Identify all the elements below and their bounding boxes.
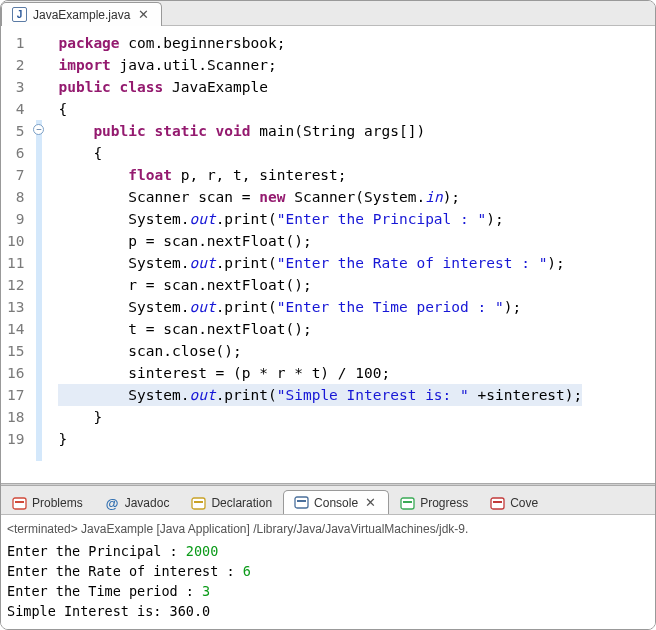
- line-number: 3: [7, 76, 24, 98]
- line-number: 5: [7, 120, 24, 142]
- svg-rect-4: [295, 497, 308, 508]
- tab-label: Progress: [420, 496, 468, 510]
- coverage-icon: [490, 496, 505, 511]
- console-user-input: 2000: [186, 543, 219, 559]
- tab-javadoc[interactable]: @Javadoc: [94, 491, 181, 515]
- code-line[interactable]: }: [58, 406, 582, 428]
- code-line[interactable]: public static void main(String args[]): [58, 120, 582, 142]
- line-number: 19: [7, 428, 24, 450]
- code-line[interactable]: }: [58, 428, 582, 450]
- tab-declaration[interactable]: Declaration: [180, 491, 283, 515]
- line-number: 6: [7, 142, 24, 164]
- java-file-icon: J: [12, 7, 27, 22]
- console-line: Enter the Principal : 2000: [7, 541, 649, 561]
- bottom-tab-bar: Problems@JavadocDeclarationConsole✕Progr…: [1, 486, 655, 515]
- editor-tab-label: JavaExample.java: [33, 8, 130, 22]
- line-number-gutter: 12345678910111213141516171819: [1, 32, 34, 483]
- tab-label: Console: [314, 496, 358, 510]
- line-number: 2: [7, 54, 24, 76]
- console-prompt: Enter the Principal :: [7, 543, 186, 559]
- line-number: 11: [7, 252, 24, 274]
- code-line[interactable]: System.out.print("Simple Interest is: " …: [58, 384, 582, 406]
- line-number: 14: [7, 318, 24, 340]
- line-number: 7: [7, 164, 24, 186]
- tab-console[interactable]: Console✕: [283, 490, 389, 515]
- console-line: Enter the Rate of interest : 6: [7, 561, 649, 581]
- tab-label: Javadoc: [125, 496, 170, 510]
- console-icon: [294, 495, 309, 510]
- line-number: 13: [7, 296, 24, 318]
- code-line[interactable]: System.out.print("Enter the Time period …: [58, 296, 582, 318]
- tab-label: Cove: [510, 496, 538, 510]
- code-line[interactable]: scan.close();: [58, 340, 582, 362]
- svg-rect-1: [15, 501, 24, 503]
- code-editor[interactable]: 12345678910111213141516171819 − package …: [1, 26, 655, 483]
- line-number: 8: [7, 186, 24, 208]
- code-area[interactable]: package com.beginnersbook;import java.ut…: [50, 32, 582, 483]
- fold-toggle-icon[interactable]: −: [33, 124, 44, 135]
- code-line[interactable]: {: [58, 142, 582, 164]
- svg-rect-7: [403, 501, 412, 503]
- code-line[interactable]: Scanner scan = new Scanner(System.in);: [58, 186, 582, 208]
- console-line: Simple Interest is: 360.0: [7, 601, 649, 621]
- code-line[interactable]: sinterest = (p * r * t) / 100;: [58, 362, 582, 384]
- code-line[interactable]: public class JavaExample: [58, 76, 582, 98]
- code-line[interactable]: {: [58, 98, 582, 120]
- console-line: Enter the Time period : 3: [7, 581, 649, 601]
- code-line[interactable]: import java.util.Scanner;: [58, 54, 582, 76]
- close-icon[interactable]: ✕: [363, 495, 378, 510]
- console-view[interactable]: <terminated> JavaExample [Java Applicati…: [1, 515, 655, 629]
- code-line[interactable]: t = scan.nextFloat();: [58, 318, 582, 340]
- line-number: 17: [7, 384, 24, 406]
- tab-coverage[interactable]: Cove: [479, 491, 549, 515]
- line-number: 15: [7, 340, 24, 362]
- svg-rect-3: [194, 501, 203, 503]
- editor-tab-javaexample[interactable]: J JavaExample.java ✕: [1, 2, 162, 26]
- console-prompt: Simple Interest is: 360.0: [7, 603, 210, 619]
- line-number: 10: [7, 230, 24, 252]
- fold-strip: −: [34, 32, 50, 483]
- progress-icon: [400, 496, 415, 511]
- svg-rect-6: [401, 498, 414, 509]
- line-number: 12: [7, 274, 24, 296]
- editor-tab-bar: J JavaExample.java ✕: [1, 1, 655, 26]
- declaration-icon: [191, 496, 206, 511]
- console-user-input: 3: [202, 583, 210, 599]
- tab-progress[interactable]: Progress: [389, 491, 479, 515]
- svg-rect-9: [493, 501, 502, 503]
- svg-rect-5: [297, 500, 306, 502]
- problems-icon: [12, 496, 27, 511]
- code-line[interactable]: float p, r, t, sinterest;: [58, 164, 582, 186]
- tab-label: Problems: [32, 496, 83, 510]
- code-line[interactable]: r = scan.nextFloat();: [58, 274, 582, 296]
- svg-rect-8: [491, 498, 504, 509]
- line-number: 16: [7, 362, 24, 384]
- tab-label: Declaration: [211, 496, 272, 510]
- console-prompt: Enter the Rate of interest :: [7, 563, 243, 579]
- code-line[interactable]: package com.beginnersbook;: [58, 32, 582, 54]
- close-icon[interactable]: ✕: [136, 7, 151, 22]
- tab-problems[interactable]: Problems: [1, 491, 94, 515]
- change-marker: [36, 120, 42, 461]
- javadoc-icon: @: [105, 496, 120, 511]
- code-line[interactable]: p = scan.nextFloat();: [58, 230, 582, 252]
- console-status: <terminated> JavaExample [Java Applicati…: [7, 519, 649, 539]
- console-user-input: 6: [243, 563, 251, 579]
- svg-rect-0: [13, 498, 26, 509]
- line-number: 9: [7, 208, 24, 230]
- console-prompt: Enter the Time period :: [7, 583, 202, 599]
- line-number: 4: [7, 98, 24, 120]
- svg-rect-2: [192, 498, 205, 509]
- code-line[interactable]: System.out.print("Enter the Principal : …: [58, 208, 582, 230]
- code-line[interactable]: System.out.print("Enter the Rate of inte…: [58, 252, 582, 274]
- line-number: 1: [7, 32, 24, 54]
- line-number: 18: [7, 406, 24, 428]
